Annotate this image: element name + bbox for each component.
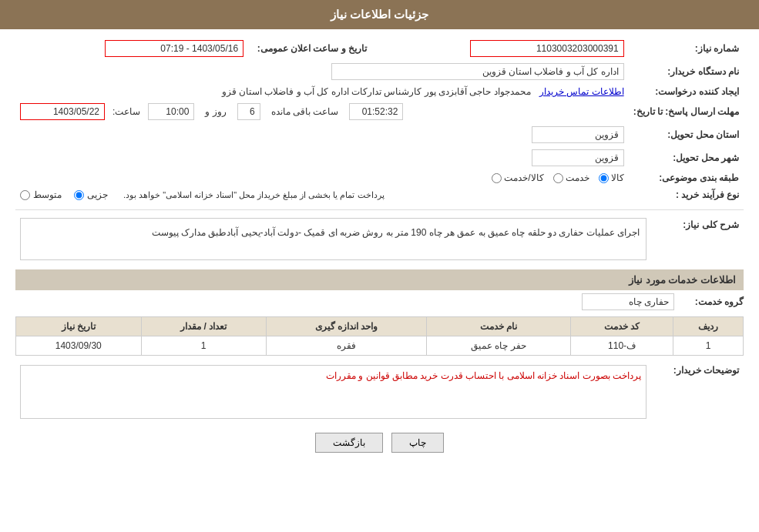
noe-jazee-text: جزیی	[87, 189, 108, 200]
geroh-khadamat-label: گروه خدمت:	[682, 296, 744, 307]
ijad-konnande-label: ایجاد کننده درخواست:	[629, 83, 744, 100]
table-cell-2: حفر چاه عمیق	[426, 336, 570, 356]
tabaqe-kala-text: کالا	[611, 172, 624, 183]
mohlat-baghimandeh-label: ساعت باقی مانده	[271, 106, 339, 117]
tabaqe-khedmat-item: خدمت	[553, 172, 589, 183]
mohlat-date-box: 1403/05/22	[20, 103, 105, 120]
col-radif: ردیف	[673, 317, 744, 336]
col-tedad: تعداد / مقدار	[141, 317, 266, 336]
noe-motevaset-item: متوسط	[20, 189, 62, 200]
table-cell-0: 1	[673, 336, 744, 356]
tabaqe-value: کالا/خدمت خدمت کالا	[15, 169, 629, 186]
tabaqe-kala-radio[interactable]	[599, 173, 609, 183]
page-header: جزئیات اطلاعات نیاز	[0, 0, 759, 29]
tabaqe-khedmat-text: خدمت	[566, 172, 589, 183]
tabaqe-kala-item: کالا	[599, 172, 624, 183]
noe-value: متوسط جزیی پرداخت تمام یا بخشی از مبلغ خ…	[15, 186, 629, 203]
mohlat-value: 1403/05/22 ساعت: 10:00 روز و 6 ساعت باقی…	[15, 100, 629, 123]
shahr-box: قزوین	[532, 149, 624, 166]
sharh-box: اجرای عملیات حفاری دو حلقه چاه عمیق به ع…	[20, 218, 646, 260]
separator-1	[15, 209, 744, 210]
col-vahed: واحد اندازه گیری	[266, 317, 426, 336]
table-cell-3: فقره	[266, 336, 426, 356]
sharh-label: شرح کلی نیاز:	[651, 215, 744, 263]
table-cell-5: 1403/09/30	[16, 336, 142, 356]
ijad-konnande-text: محمدجواد حاجی آقابزدی پور کارشناس تدارکا…	[222, 86, 531, 97]
tozihat-value-cell: پرداخت بصورت اسناد خزانه اسلامی با احتسا…	[15, 362, 651, 422]
mohlat-roz-box: 6	[237, 103, 260, 120]
col-kod: کد خدمت	[570, 317, 673, 336]
tabaqe-khedmat-radio[interactable]	[553, 173, 563, 183]
chap-button[interactable]: چاپ	[391, 433, 444, 453]
col-tarikh: تاریخ نیاز	[16, 317, 142, 336]
noe-jazee-radio[interactable]	[74, 190, 84, 200]
geroh-khadamat-box: حفاری چاه	[582, 293, 674, 310]
tozihat-box[interactable]: پرداخت بصورت اسناد خزانه اسلامی با احتسا…	[20, 365, 646, 419]
geroh-khadamat-row: گروه خدمت: حفاری چاه	[15, 293, 744, 310]
mohlat-baghimandeh-box: 01:52:32	[349, 103, 403, 120]
taarighe-value: 1403/05/16 - 07:19	[15, 37, 248, 60]
shomare-niaz-value: 1103003203000391	[371, 37, 629, 60]
table-row: 1ف-110حفر چاه عمیقفقره11403/09/30	[16, 336, 744, 356]
services-table: ردیف کد خدمت نام خدمت واحد اندازه گیری ت…	[15, 316, 744, 356]
shahr-label: شهر محل تحویل:	[629, 146, 744, 169]
mohlat-saat-label: ساعت:	[113, 106, 140, 117]
sharh-value-cell: اجرای عملیات حفاری دو حلقه چاه عمیق به ع…	[15, 215, 651, 263]
button-row: چاپ بازگشت	[15, 433, 744, 453]
mohlat-label: مهلت ارسال پاسخ: تا تاریخ:	[629, 100, 744, 123]
noe-jazee-item: جزیی	[74, 189, 108, 200]
tabaqe-label: طبقه بندی موضوعی:	[629, 169, 744, 186]
table-cell-1: ف-110	[570, 336, 673, 356]
noe-motevaset-radio[interactable]	[20, 190, 30, 200]
noe-motevaset-text: متوسط	[33, 189, 62, 200]
table-cell-4: 1	[141, 336, 266, 356]
bazgasht-button[interactable]: بازگشت	[315, 433, 383, 453]
tozihat-label: توضیحات خریدار:	[651, 362, 744, 422]
ostan-box: قزوین	[532, 126, 624, 143]
tabaqe-kala-khedmat-text: کالا/خدمت	[504, 172, 543, 183]
mohlat-saat-box: 10:00	[148, 103, 194, 120]
noe-label: نوع فرآیند خرید :	[629, 186, 744, 203]
tabaqe-kala-khedmat-radio[interactable]	[492, 173, 502, 183]
col-nam: نام خدمت	[426, 317, 570, 336]
khadamat-section-header: اطلاعات خدمات مورد نیاز	[15, 269, 744, 290]
ostan-value: قزوین	[15, 123, 629, 146]
shahr-value: قزوین	[15, 146, 629, 169]
taarighe-label: تاریخ و ساعت اعلان عمومی:	[248, 37, 371, 60]
nam-dastgah-label: نام دستگاه خریدار:	[629, 60, 744, 83]
tabaqe-kala-khedmat-item: کالا/خدمت	[492, 172, 543, 183]
ijad-konnande-value: اطلاعات تماس خریدار محمدجواد حاجی آقابزد…	[15, 83, 629, 100]
page-title: جزئیات اطلاعات نیاز	[331, 8, 428, 21]
noe-note: پرداخت تمام یا بخشی از مبلغ خریداز محل "…	[123, 190, 385, 200]
mohlat-roz-label: روز و	[205, 106, 226, 117]
ijad-konnande-link[interactable]: اطلاعات تماس خریدار	[539, 86, 624, 97]
shomare-niaz-box: 1103003203000391	[470, 40, 624, 57]
taarighe-box: 1403/05/16 - 07:19	[105, 40, 243, 57]
nam-dastgah-value: اداره کل آب و فاضلاب استان قزوین	[15, 60, 629, 83]
ostan-label: استان محل تحویل:	[629, 123, 744, 146]
nam-dastgah-box: اداره کل آب و فاضلاب استان قزوین	[331, 63, 624, 80]
shomare-niaz-label: شماره نیاز:	[629, 37, 744, 60]
